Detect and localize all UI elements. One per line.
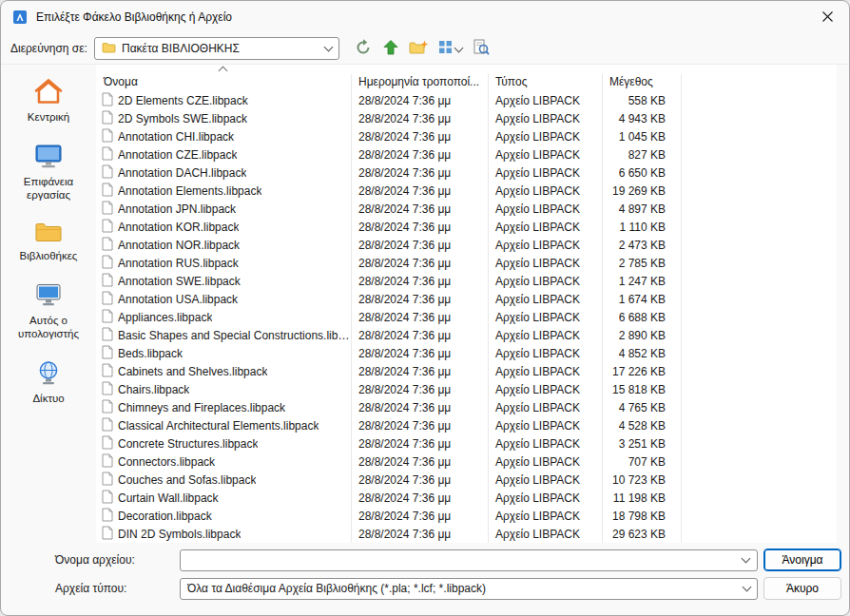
file-date-modified: 28/8/2024 7:36 μμ [351,347,488,360]
look-in-combobox[interactable]: Πακέτα ΒΙΒΛΙΟΘΗΚΗΣ [94,37,339,60]
open-button[interactable]: Άνοιγμα [763,549,841,571]
chevron-down-icon [454,43,463,52]
file-name: Classical Architectural Elements.libpack [118,419,319,433]
file-size: 4 528 KB [602,419,681,433]
file-type: Αρχείο LIBPACK [488,221,602,234]
toolbar-buttons [351,37,493,60]
new-folder-button[interactable] [406,37,431,60]
views-button[interactable] [434,37,466,60]
up-one-level-button[interactable] [378,37,403,60]
sidebar-item-label: Δίκτυο [32,393,64,406]
file-row[interactable]: Beds.libpack 28/8/2024 7:36 μμ Αρχείο LI… [96,344,837,362]
folder-icon [102,42,116,56]
file-date-modified: 28/8/2024 7:36 μμ [351,311,488,324]
sidebar-item-network[interactable]: Δίκτυο [3,360,94,406]
file-type: Αρχείο LIBPACK [488,455,602,469]
document-icon [102,345,113,362]
file-size: 3 251 KB [602,437,681,451]
file-row[interactable]: 2D Symbols SWE.libpack 28/8/2024 7:36 μμ… [96,109,837,127]
sidebar-item-libraries[interactable]: Βιβλιοθήκες [3,221,94,263]
file-row[interactable]: Annotation Elements.libpack 28/8/2024 7:… [96,182,837,200]
file-row[interactable]: Annotation NOR.libpack 28/8/2024 7:36 μμ… [96,236,837,254]
file-row[interactable]: Basic Shapes and Special Constructions.l… [96,326,837,344]
document-icon [102,219,113,236]
file-name: 2D Symbols SWE.libpack [118,112,247,125]
file-date-modified: 28/8/2024 7:36 μμ [351,257,488,270]
file-row[interactable]: Annotation DACH.libpack 28/8/2024 7:36 μ… [96,164,837,182]
file-name: Annotation DACH.libpack [118,166,246,180]
file-type: Αρχείο LIBPACK [488,419,602,433]
file-row[interactable]: Classical Architectural Elements.libpack… [96,416,837,434]
file-row[interactable]: Concrete Structures.libpack 28/8/2024 7:… [96,434,837,452]
file-row[interactable]: Cabinets and Shelves.libpack 28/8/2024 7… [96,362,837,380]
column-header-size[interactable]: Μέγεθος [602,75,681,88]
file-row[interactable]: Annotation KOR.libpack 28/8/2024 7:36 μμ… [96,218,837,236]
file-row[interactable]: Chairs.libpack 28/8/2024 7:36 μμ Αρχείο … [96,380,837,398]
file-name: Annotation NOR.libpack [118,239,240,252]
column-header-modified[interactable]: Ημερομηνία τροποποί... [351,75,488,88]
file-row[interactable]: Annotation SWE.libpack 28/8/2024 7:36 μμ… [96,272,837,290]
chevron-down-icon [743,582,752,591]
file-type: Αρχείο LIBPACK [488,528,602,541]
main-area: Κεντρική Επιφάνεια εργασίας Βιβλιοθήκες … [1,64,849,543]
file-type: Αρχείο LIBPACK [488,347,602,360]
file-row[interactable]: Appliances.libpack 28/8/2024 7:36 μμ Αρχ… [96,308,837,326]
file-row[interactable]: Couches and Sofas.libpack 28/8/2024 7:36… [96,471,837,489]
file-date-modified: 28/8/2024 7:36 μμ [351,383,488,396]
file-row[interactable]: 2D Elements CZE.libpack 28/8/2024 7:36 μ… [96,91,837,109]
titlebar: Επιλέξτε Φάκελο Βιβλιοθήκης ή Αρχείο [1,1,849,33]
file-date-modified: 28/8/2024 7:36 μμ [351,112,488,125]
file-date-modified: 28/8/2024 7:36 μμ [351,148,488,162]
document-icon [102,399,113,416]
file-size: 4 765 KB [602,401,681,414]
file-type: Αρχείο LIBPACK [488,383,602,396]
file-row[interactable]: Annotation USA.libpack 28/8/2024 7:36 μμ… [96,290,837,308]
this-pc-icon [34,282,63,311]
file-date-modified: 28/8/2024 7:36 μμ [351,419,488,433]
document-icon [102,291,113,308]
file-size: 2 785 KB [602,257,681,270]
file-row[interactable]: Decoration.libpack 28/8/2024 7:36 μμ Αρχ… [96,507,837,525]
document-icon [102,472,113,489]
sort-strip [96,65,837,72]
column-header-name[interactable]: Όνομα [96,75,351,88]
file-date-modified: 28/8/2024 7:36 μμ [351,202,488,216]
file-row[interactable]: Connectors.libpack 28/8/2024 7:36 μμ Αρχ… [96,452,837,471]
file-size: 1 110 KB [602,221,681,234]
file-row[interactable]: DIN 2D Symbols.libpack 28/8/2024 7:36 μμ… [96,525,837,543]
document-icon [102,273,113,290]
sidebar-item-desktop[interactable]: Επιφάνεια εργασίας [3,144,94,202]
file-row[interactable]: Curtain Wall.libpack 28/8/2024 7:36 μμ Α… [96,489,837,507]
file-row[interactable]: Chimneys and Fireplaces.libpack 28/8/202… [96,398,837,416]
cancel-button[interactable]: Άκυρο [763,577,841,600]
file-name: 2D Elements CZE.libpack [118,94,248,107]
document-icon [102,255,113,272]
file-type-combobox[interactable]: Όλα τα Διαθέσιμα Αρχεία Βιβλιοθήκης (*.p… [180,578,758,600]
file-type: Αρχείο LIBPACK [488,311,602,324]
document-icon [102,128,113,145]
file-row[interactable]: Annotation CZE.libpack 28/8/2024 7:36 μμ… [96,145,837,164]
file-row[interactable]: Annotation CHI.libpack 28/8/2024 7:36 μμ… [96,127,837,145]
document-icon [102,146,113,164]
file-type: Αρχείο LIBPACK [488,293,602,306]
file-name-input[interactable] [184,551,743,569]
file-type: Αρχείο LIBPACK [488,329,602,342]
file-name: Connectors.libpack [118,455,215,469]
chevron-down-icon[interactable] [742,553,751,563]
file-name: Annotation RUS.libpack [118,257,239,270]
column-header-type[interactable]: Τύπος [488,75,602,88]
back-button[interactable] [351,37,376,60]
file-row[interactable]: Annotation JPN.libpack 28/8/2024 7:36 μμ… [96,200,837,218]
file-date-modified: 28/8/2024 7:36 μμ [351,437,488,451]
document-icon [102,417,113,434]
document-icon [102,327,113,344]
document-icon [102,183,113,200]
file-date-modified: 28/8/2024 7:36 μμ [351,365,488,378]
sidebar-item-label: Κεντρική [28,111,69,125]
file-row[interactable]: Annotation RUS.libpack 28/8/2024 7:36 μμ… [96,254,837,272]
sidebar-item-this-pc[interactable]: Αυτός ο υπολογιστής [3,282,94,341]
sidebar-item-home[interactable]: Κεντρική [3,78,94,125]
close-button[interactable] [806,1,849,33]
file-type: Αρχείο LIBPACK [488,112,602,125]
preview-button[interactable] [469,37,493,60]
